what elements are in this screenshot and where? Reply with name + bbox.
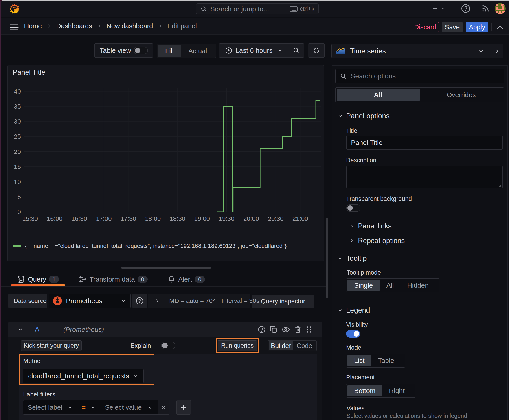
x-axis-tick-label: 19:30 <box>219 215 235 222</box>
global-search-input[interactable]: Search or jump to... ctrl+k <box>196 3 319 14</box>
zoom-out-button[interactable] <box>289 47 304 54</box>
remove-query-icon[interactable] <box>294 326 302 333</box>
table-view-toggle[interactable] <box>134 47 148 54</box>
query-row-header[interactable]: A (Prometheus) <box>8 322 322 337</box>
chevron-right-icon <box>494 48 500 54</box>
rss-icon <box>481 4 490 13</box>
chevron-down-icon <box>441 6 446 11</box>
content-scrollbar[interactable] <box>326 218 328 298</box>
chevron-down-icon <box>121 298 126 304</box>
legend-placement-bottom[interactable]: Bottom <box>347 385 382 396</box>
y-axis-tick-label: 0 <box>17 209 21 215</box>
panel-title-input[interactable]: Panel Title <box>346 135 503 150</box>
chevron-down-icon <box>338 256 343 261</box>
time-range-label[interactable]: Last 6 hours <box>236 47 273 54</box>
datasource-help-button[interactable] <box>132 294 147 308</box>
add-new-button[interactable] <box>432 4 446 13</box>
panel-links-collapsible[interactable]: Panel links <box>349 222 392 230</box>
datasource-picker[interactable]: Prometheus <box>49 294 131 308</box>
tab-all[interactable]: All <box>337 89 420 101</box>
explain-toggle[interactable] <box>161 342 175 349</box>
tooltip-header-label: Tooltip <box>346 254 367 262</box>
builder-option[interactable]: Builder <box>269 341 293 350</box>
legend-header-label: Legend <box>346 306 370 314</box>
drag-query-handle[interactable] <box>306 326 312 333</box>
transform-icon <box>79 275 87 283</box>
breadcrumb-new-dashboard[interactable]: New dashboard <box>106 22 153 30</box>
select-value-dropdown[interactable]: Select value <box>100 400 158 415</box>
legend-section-header[interactable]: Legend <box>338 306 370 314</box>
panel-links-label: Panel links <box>358 222 392 230</box>
chevron-right-icon <box>349 238 354 243</box>
discard-button[interactable]: Discard <box>412 22 439 32</box>
visualization-picker[interactable]: Time series <box>332 44 503 58</box>
options-tab-group: All Overrides <box>335 87 504 102</box>
hamburger-icon <box>10 24 19 31</box>
chevron-down-icon[interactable] <box>277 48 283 53</box>
x-axis-tick-label: 20:00 <box>243 215 259 222</box>
options-search-input[interactable]: Search options <box>335 69 504 83</box>
panel-title[interactable]: Panel Title <box>13 68 45 76</box>
tab-transform-data[interactable]: Transform data 0 <box>73 272 154 286</box>
breadcrumb-dashboards[interactable]: Dashboards <box>56 22 92 30</box>
tab-alert[interactable]: Alert 0 <box>161 272 211 286</box>
topbar-divider <box>455 3 455 15</box>
header-divider <box>492 23 492 31</box>
table-view-label: Table view <box>100 47 131 54</box>
query-options-row[interactable]: MD = auto = 704 Interval = 30s <box>148 294 250 308</box>
panel-resize-handle[interactable] <box>121 267 211 269</box>
time-series-chart[interactable]: 051015202530354015:3016:0016:3017:0017:3… <box>8 88 324 227</box>
duplicate-query-icon[interactable] <box>270 326 277 333</box>
news-rss-button[interactable] <box>480 4 490 14</box>
save-button[interactable]: Save <box>442 22 463 32</box>
legend-series-label[interactable]: {__name__="cloudflared_tunnel_total_requ… <box>25 242 287 249</box>
mega-menu-toggle[interactable] <box>9 23 19 32</box>
search-shortcut: ctrl+k <box>290 5 314 12</box>
hide-response-icon[interactable] <box>281 325 290 334</box>
panel-options-section-header[interactable]: Panel options <box>338 112 390 120</box>
legend-mode-table[interactable]: Table <box>372 355 401 366</box>
time-series-viz-icon <box>336 48 345 55</box>
description-field-label: Description <box>346 157 376 164</box>
code-option[interactable]: Code <box>293 341 316 350</box>
tab-overrides[interactable]: Overrides <box>420 89 503 101</box>
tab-alert-label: Alert <box>178 276 192 283</box>
add-filter-button[interactable] <box>176 400 191 415</box>
collapse-query-icon[interactable] <box>17 327 23 332</box>
remove-filter-button[interactable] <box>158 400 169 415</box>
x-axis-tick-label: 15:30 <box>22 215 38 222</box>
operator-dropdown[interactable]: = <box>77 400 101 415</box>
breadcrumb-home[interactable]: Home <box>24 22 42 30</box>
legend-placement-right[interactable]: Right <box>382 385 411 396</box>
breadcrumb-separator <box>97 24 101 28</box>
chevron-up-icon <box>496 24 504 30</box>
grafana-logo[interactable] <box>9 4 20 14</box>
kick-start-query-button[interactable]: Kick start your query <box>21 340 82 351</box>
fill-option[interactable]: Fill <box>158 45 181 57</box>
apply-button[interactable]: Apply <box>466 22 488 32</box>
x-axis-tick-label: 20:30 <box>268 215 283 222</box>
tooltip-mode-all[interactable]: All <box>380 280 400 291</box>
user-avatar[interactable]: H <box>495 3 506 14</box>
plus-icon <box>432 5 438 12</box>
legend-mode-list[interactable]: List <box>347 355 372 366</box>
help-button[interactable] <box>461 4 471 14</box>
collapse-options-button[interactable] <box>495 23 505 31</box>
tooltip-mode-hidden[interactable]: Hidden <box>401 280 435 291</box>
select-label-dropdown[interactable]: Select label <box>23 400 77 415</box>
repeat-options-collapsible[interactable]: Repeat options <box>349 237 405 245</box>
query-inspector-button[interactable]: Query inspector <box>251 295 314 308</box>
plus-icon <box>180 404 187 411</box>
actual-option[interactable]: Actual <box>181 45 214 57</box>
x-axis-tick-label: 19:00 <box>194 215 210 222</box>
query-help-icon[interactable] <box>258 326 266 334</box>
collapse-viz-picker-button[interactable] <box>490 48 503 54</box>
refresh-button[interactable] <box>308 43 325 58</box>
description-textarea[interactable] <box>346 166 503 188</box>
transparent-background-toggle[interactable] <box>346 204 360 212</box>
help-icon <box>136 297 144 305</box>
legend-mode-label: Mode <box>346 344 361 351</box>
tooltip-section-header[interactable]: Tooltip <box>338 254 367 262</box>
tooltip-mode-single[interactable]: Single <box>347 280 380 291</box>
legend-visibility-toggle[interactable] <box>346 330 360 338</box>
